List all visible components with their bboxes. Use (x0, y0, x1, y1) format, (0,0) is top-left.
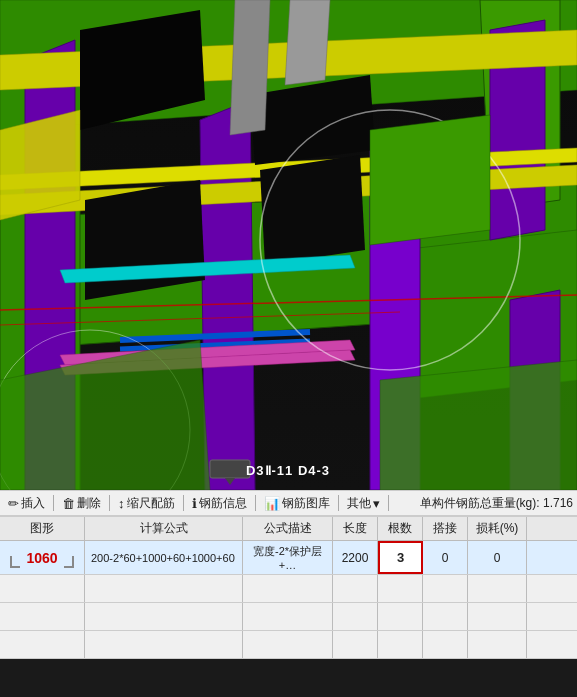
empty-desc-3 (243, 631, 333, 658)
3d-viewport: D3Ⅱ-11 D4-3 (0, 0, 577, 490)
empty-len-3 (333, 631, 378, 658)
svg-marker-16 (85, 180, 205, 300)
header-desc: 公式描述 (243, 517, 333, 540)
cell-loss: 0 (468, 541, 527, 574)
toolbar-more-btn[interactable]: 其他 ▾ (343, 494, 384, 513)
weight-label: 单构件钢筋总重量(kg): 1.716 (420, 495, 573, 512)
toolbar-sep-2 (109, 495, 110, 511)
cell-count[interactable]: 3 (378, 541, 423, 574)
rebar-table: 图形 计算公式 公式描述 长度 根数 搭接 损耗(%) 1060 200-2*6… (0, 516, 577, 659)
weight-unit: 单构件钢筋总重量(kg): (420, 496, 540, 510)
bracket-right (64, 556, 74, 568)
toolbar-rebar-info-label: 钢筋信息 (199, 495, 247, 512)
table-row-empty-3 (0, 631, 577, 659)
weight-value: 1.716 (543, 496, 573, 510)
toolbar-rebar-info-btn[interactable]: ℹ 钢筋信息 (188, 494, 251, 513)
empty-shape-1 (0, 575, 85, 602)
header-splice: 搭接 (423, 517, 468, 540)
toolbar-scale-label: 缩尺配筋 (127, 495, 175, 512)
table-header: 图形 计算公式 公式描述 长度 根数 搭接 损耗(%) (0, 517, 577, 541)
scale-icon: ↕ (118, 496, 125, 511)
svg-marker-17 (260, 155, 365, 265)
toolbar-sep-1 (53, 495, 54, 511)
empty-desc-1 (243, 575, 333, 602)
toolbar-scale-btn[interactable]: ↕ 缩尺配筋 (114, 494, 179, 513)
empty-splice-2 (423, 603, 468, 630)
toolbar-more-label: 其他 (347, 495, 371, 512)
shape-number: 1060 (26, 550, 57, 566)
toolbar-delete-label: 删除 (77, 495, 101, 512)
table-row-empty-2 (0, 603, 577, 631)
empty-splice-3 (423, 631, 468, 658)
toolbar-sep-3 (183, 495, 184, 511)
toolbar-insert-btn[interactable]: ✏ 插入 (4, 494, 49, 513)
empty-formula-1 (85, 575, 243, 602)
toolbar-sep-5 (338, 495, 339, 511)
more-arrow-icon: ▾ (373, 496, 380, 511)
svg-marker-34 (370, 115, 490, 245)
insert-icon: ✏ (8, 496, 19, 511)
shape-graphic: 1060 (4, 543, 80, 572)
toolbar: ✏ 插入 🗑 删除 ↕ 缩尺配筋 ℹ 钢筋信息 📊 钢筋图库 其他 ▾ 单构件钢… (0, 490, 577, 516)
empty-count-1 (378, 575, 423, 602)
toolbar-rebar-diagram-label: 钢筋图库 (282, 495, 330, 512)
rebar-diagram-icon: 📊 (264, 496, 280, 511)
cell-splice: 0 (423, 541, 468, 574)
header-formula: 计算公式 (85, 517, 243, 540)
svg-marker-23 (230, 0, 270, 135)
toolbar-delete-btn[interactable]: 🗑 删除 (58, 494, 105, 513)
svg-marker-7 (200, 100, 255, 490)
header-count: 根数 (378, 517, 423, 540)
empty-count-2 (378, 603, 423, 630)
empty-loss-2 (468, 603, 527, 630)
viewport-label: D3Ⅱ-11 D4-3 (246, 463, 330, 478)
empty-loss-3 (468, 631, 527, 658)
cell-formula: 200-2*60+1000+60+1000+60 (85, 541, 243, 574)
delete-icon: 🗑 (62, 496, 75, 511)
empty-shape-2 (0, 603, 85, 630)
empty-formula-2 (85, 603, 243, 630)
cell-length: 2200 (333, 541, 378, 574)
cell-desc: 宽度-2*保护层+… (243, 541, 333, 574)
header-length: 长度 (333, 517, 378, 540)
svg-marker-24 (285, 0, 330, 85)
table-row[interactable]: 1060 200-2*60+1000+60+1000+60 宽度-2*保护层+…… (0, 541, 577, 575)
toolbar-sep-4 (255, 495, 256, 511)
empty-shape-3 (0, 631, 85, 658)
bracket-left (10, 556, 20, 568)
header-loss: 损耗(%) (468, 517, 527, 540)
empty-loss-1 (468, 575, 527, 602)
cell-shape: 1060 (0, 541, 85, 574)
svg-marker-32 (380, 360, 577, 490)
toolbar-insert-label: 插入 (21, 495, 45, 512)
empty-splice-1 (423, 575, 468, 602)
empty-count-3 (378, 631, 423, 658)
empty-len-2 (333, 603, 378, 630)
svg-rect-29 (210, 460, 250, 478)
rebar-info-icon: ℹ (192, 496, 197, 511)
header-shape: 图形 (0, 517, 85, 540)
empty-desc-2 (243, 603, 333, 630)
table-row-empty-1 (0, 575, 577, 603)
empty-formula-3 (85, 631, 243, 658)
toolbar-sep-6 (388, 495, 389, 511)
toolbar-rebar-diagram-btn[interactable]: 📊 钢筋图库 (260, 494, 334, 513)
empty-len-1 (333, 575, 378, 602)
